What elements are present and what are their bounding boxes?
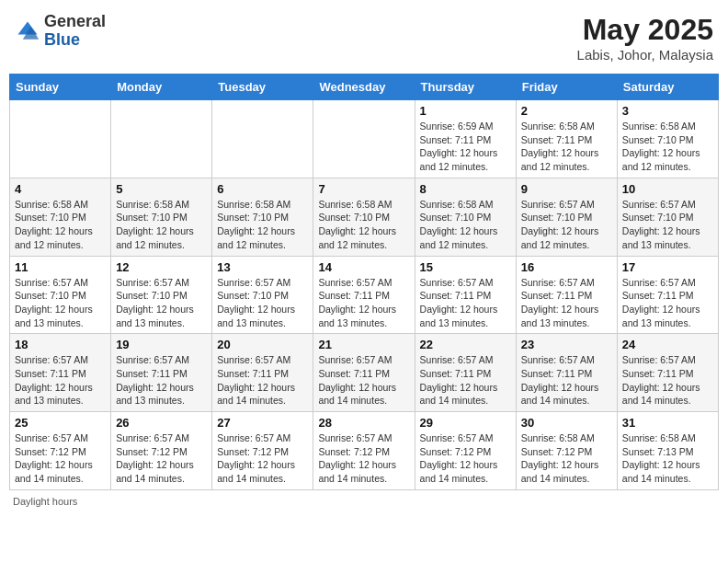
calendar-cell — [313, 100, 415, 178]
calendar-header-row: SundayMondayTuesdayWednesdayThursdayFrid… — [10, 75, 719, 100]
calendar-header-tuesday: Tuesday — [212, 75, 313, 100]
day-info: Sunrise: 6:58 AM Sunset: 7:10 PM Dayligh… — [420, 198, 511, 252]
day-number: 17 — [622, 260, 713, 274]
calendar-cell: 2Sunrise: 6:58 AM Sunset: 7:11 PM Daylig… — [516, 100, 617, 178]
day-number: 23 — [521, 338, 612, 351]
day-number: 24 — [622, 338, 713, 351]
day-number: 3 — [622, 104, 713, 118]
day-number: 28 — [318, 416, 409, 430]
calendar-cell: 13Sunrise: 6:57 AM Sunset: 7:10 PM Dayli… — [212, 256, 313, 334]
calendar-cell: 30Sunrise: 6:58 AM Sunset: 7:12 PM Dayli… — [516, 412, 617, 490]
footer-note: Daylight hours — [9, 496, 719, 507]
calendar-cell: 24Sunrise: 6:57 AM Sunset: 7:11 PM Dayli… — [617, 334, 718, 412]
calendar-cell: 15Sunrise: 6:57 AM Sunset: 7:11 PM Dayli… — [415, 256, 516, 334]
calendar: SundayMondayTuesdayWednesdayThursdayFrid… — [9, 74, 719, 490]
day-number: 6 — [217, 182, 308, 196]
calendar-cell — [10, 100, 111, 178]
day-number: 27 — [217, 416, 308, 430]
calendar-cell: 5Sunrise: 6:58 AM Sunset: 7:10 PM Daylig… — [111, 178, 212, 256]
day-number: 7 — [318, 182, 409, 196]
day-number: 10 — [622, 182, 713, 196]
day-number: 22 — [420, 338, 511, 351]
day-info: Sunrise: 6:57 AM Sunset: 7:10 PM Dayligh… — [15, 276, 106, 330]
day-number: 20 — [217, 338, 308, 351]
day-info: Sunrise: 6:57 AM Sunset: 7:11 PM Dayligh… — [15, 353, 106, 408]
day-info: Sunrise: 6:57 AM Sunset: 7:11 PM Dayligh… — [521, 353, 612, 408]
calendar-cell — [111, 100, 212, 178]
day-number: 21 — [318, 338, 409, 351]
day-number: 31 — [622, 416, 713, 430]
day-number: 2 — [521, 104, 612, 118]
location: Labis, Johor, Malaysia — [577, 47, 713, 63]
calendar-header-sunday: Sunday — [10, 75, 111, 100]
day-info: Sunrise: 6:57 AM Sunset: 7:11 PM Dayligh… — [420, 276, 511, 330]
calendar-cell: 29Sunrise: 6:57 AM Sunset: 7:12 PM Dayli… — [415, 412, 516, 490]
day-info: Sunrise: 6:58 AM Sunset: 7:10 PM Dayligh… — [622, 120, 713, 174]
calendar-cell: 31Sunrise: 6:58 AM Sunset: 7:13 PM Dayli… — [617, 412, 718, 490]
calendar-week-row: 1Sunrise: 6:59 AM Sunset: 7:11 PM Daylig… — [10, 100, 719, 178]
day-number: 15 — [420, 260, 511, 274]
calendar-header-wednesday: Wednesday — [313, 75, 415, 100]
calendar-week-row: 4Sunrise: 6:58 AM Sunset: 7:10 PM Daylig… — [10, 178, 719, 256]
calendar-header-monday: Monday — [111, 75, 212, 100]
calendar-cell: 11Sunrise: 6:57 AM Sunset: 7:10 PM Dayli… — [10, 256, 111, 334]
calendar-cell: 27Sunrise: 6:57 AM Sunset: 7:12 PM Dayli… — [212, 412, 313, 490]
day-number: 8 — [420, 182, 511, 196]
calendar-cell: 4Sunrise: 6:58 AM Sunset: 7:10 PM Daylig… — [10, 178, 111, 256]
calendar-header-friday: Friday — [516, 75, 617, 100]
day-info: Sunrise: 6:57 AM Sunset: 7:12 PM Dayligh… — [217, 431, 308, 486]
calendar-cell: 3Sunrise: 6:58 AM Sunset: 7:10 PM Daylig… — [617, 100, 718, 178]
day-number: 25 — [15, 416, 106, 430]
day-info: Sunrise: 6:57 AM Sunset: 7:11 PM Dayligh… — [622, 353, 713, 408]
day-number: 30 — [521, 416, 612, 430]
day-info: Sunrise: 6:58 AM Sunset: 7:10 PM Dayligh… — [217, 198, 308, 252]
day-info: Sunrise: 6:57 AM Sunset: 7:11 PM Dayligh… — [217, 353, 308, 408]
day-info: Sunrise: 6:58 AM Sunset: 7:12 PM Dayligh… — [521, 431, 612, 486]
calendar-cell: 22Sunrise: 6:57 AM Sunset: 7:11 PM Dayli… — [415, 334, 516, 412]
calendar-cell: 8Sunrise: 6:58 AM Sunset: 7:10 PM Daylig… — [415, 178, 516, 256]
day-info: Sunrise: 6:58 AM Sunset: 7:11 PM Dayligh… — [521, 120, 612, 174]
day-info: Sunrise: 6:59 AM Sunset: 7:11 PM Dayligh… — [420, 120, 511, 174]
day-number: 19 — [116, 338, 207, 351]
day-number: 1 — [420, 104, 511, 118]
day-number: 5 — [116, 182, 207, 196]
calendar-cell: 20Sunrise: 6:57 AM Sunset: 7:11 PM Dayli… — [212, 334, 313, 412]
calendar-cell: 25Sunrise: 6:57 AM Sunset: 7:12 PM Dayli… — [10, 412, 111, 490]
day-info: Sunrise: 6:57 AM Sunset: 7:11 PM Dayligh… — [622, 276, 713, 330]
day-number: 18 — [15, 338, 106, 351]
calendar-cell: 23Sunrise: 6:57 AM Sunset: 7:11 PM Dayli… — [516, 334, 617, 412]
day-info: Sunrise: 6:57 AM Sunset: 7:10 PM Dayligh… — [521, 198, 612, 252]
calendar-cell: 6Sunrise: 6:58 AM Sunset: 7:10 PM Daylig… — [212, 178, 313, 256]
calendar-cell: 7Sunrise: 6:58 AM Sunset: 7:10 PM Daylig… — [313, 178, 415, 256]
calendar-cell: 16Sunrise: 6:57 AM Sunset: 7:11 PM Dayli… — [516, 256, 617, 334]
day-info: Sunrise: 6:57 AM Sunset: 7:11 PM Dayligh… — [521, 276, 612, 330]
day-info: Sunrise: 6:57 AM Sunset: 7:10 PM Dayligh… — [217, 276, 308, 330]
calendar-cell: 21Sunrise: 6:57 AM Sunset: 7:11 PM Dayli… — [313, 334, 415, 412]
day-info: Sunrise: 6:57 AM Sunset: 7:11 PM Dayligh… — [420, 353, 511, 408]
title-area: May 2025 Labis, Johor, Malaysia — [577, 13, 713, 63]
day-number: 16 — [521, 260, 612, 274]
day-info: Sunrise: 6:57 AM Sunset: 7:10 PM Dayligh… — [116, 276, 207, 330]
calendar-cell: 9Sunrise: 6:57 AM Sunset: 7:10 PM Daylig… — [516, 178, 617, 256]
day-number: 11 — [15, 260, 106, 274]
calendar-cell: 12Sunrise: 6:57 AM Sunset: 7:10 PM Dayli… — [111, 256, 212, 334]
calendar-cell: 28Sunrise: 6:57 AM Sunset: 7:12 PM Dayli… — [313, 412, 415, 490]
day-info: Sunrise: 6:57 AM Sunset: 7:11 PM Dayligh… — [318, 276, 409, 330]
day-info: Sunrise: 6:58 AM Sunset: 7:10 PM Dayligh… — [15, 198, 106, 252]
day-number: 12 — [116, 260, 207, 274]
logo-text: General Blue — [44, 13, 106, 50]
calendar-week-row: 25Sunrise: 6:57 AM Sunset: 7:12 PM Dayli… — [10, 412, 719, 490]
calendar-week-row: 11Sunrise: 6:57 AM Sunset: 7:10 PM Dayli… — [10, 256, 719, 334]
day-number: 13 — [217, 260, 308, 274]
day-info: Sunrise: 6:57 AM Sunset: 7:10 PM Dayligh… — [622, 198, 713, 252]
logo: General Blue — [15, 13, 106, 50]
logo-icon — [15, 18, 40, 44]
calendar-cell: 18Sunrise: 6:57 AM Sunset: 7:11 PM Dayli… — [10, 334, 111, 412]
day-number: 4 — [15, 182, 106, 196]
day-number: 26 — [116, 416, 207, 430]
day-info: Sunrise: 6:57 AM Sunset: 7:12 PM Dayligh… — [318, 431, 409, 486]
calendar-cell: 26Sunrise: 6:57 AM Sunset: 7:12 PM Dayli… — [111, 412, 212, 490]
day-info: Sunrise: 6:58 AM Sunset: 7:10 PM Dayligh… — [318, 198, 409, 252]
calendar-week-row: 18Sunrise: 6:57 AM Sunset: 7:11 PM Dayli… — [10, 334, 719, 412]
day-info: Sunrise: 6:57 AM Sunset: 7:12 PM Dayligh… — [116, 431, 207, 486]
